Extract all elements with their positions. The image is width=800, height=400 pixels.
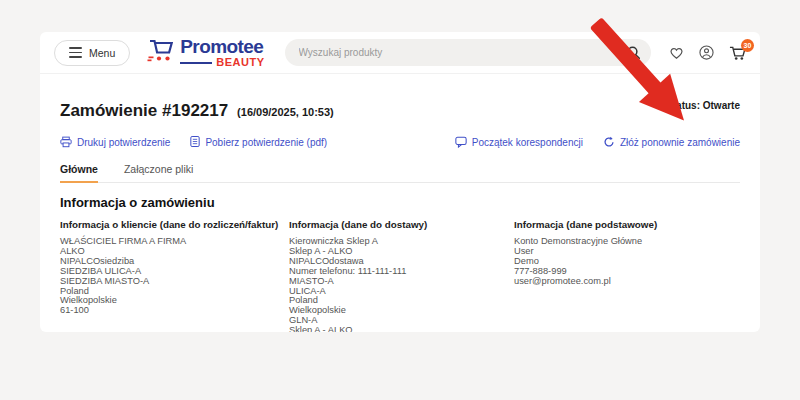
download-confirmation-link[interactable]: Pobierz potwierdzenie (pdf) [190, 135, 327, 150]
info-line: user@promotee.com.pl [514, 277, 740, 287]
search-bar [285, 39, 652, 66]
printer-icon [60, 136, 72, 150]
search-input[interactable] [285, 39, 652, 66]
user-icon[interactable] [699, 45, 714, 60]
logo-name: Promotee [180, 37, 264, 56]
order-info-columns: Informacja o kliencie (dane do rozliczeń… [60, 219, 740, 332]
correspondence-link[interactable]: Początek korespondencji [455, 135, 583, 150]
menu-button-label: Menu [89, 47, 115, 59]
info-line: User [514, 247, 740, 257]
info-line: ULICA-A [289, 287, 514, 297]
hamburger-icon [69, 47, 82, 57]
order-tabs: Główne Załączone pliki [60, 163, 740, 183]
info-line: Wielkopolskie [60, 296, 289, 306]
column-header: Informacja (dane podstawowe) [514, 219, 740, 230]
basic-info-column: Informacja (dane podstawowe) Konto Demon… [514, 219, 740, 332]
refresh-icon [603, 136, 615, 150]
info-line: 61-100 [60, 306, 289, 316]
menu-button[interactable]: Menu [54, 40, 130, 66]
cart-icon[interactable]: 30 [729, 45, 746, 61]
logo[interactable]: Promotee BEAUTY [146, 37, 264, 68]
page-title: Zamówienie #192217 (16/09/2025, 10:53) [60, 87, 334, 124]
tab-main[interactable]: Główne [60, 163, 98, 183]
info-line: Wielkopolskie [289, 306, 514, 316]
top-bar: Menu Promotee BEAUTY [40, 32, 760, 74]
cart-count-badge: 30 [741, 39, 754, 52]
heart-icon[interactable] [669, 46, 684, 60]
reorder-link[interactable]: Złóż ponownie zamówienie [603, 135, 740, 150]
order-date: (16/09/2025, 10:53) [237, 106, 334, 118]
content-card: Menu Promotee BEAUTY [40, 32, 760, 332]
order-number: Zamówienie #192217 [60, 101, 228, 120]
column-header: Informacja (dane do dostawy) [289, 219, 514, 230]
info-line: Konto Demonstracyjne Główne [514, 237, 740, 247]
info-line: SIEDZIBA MIASTO-A [60, 277, 289, 287]
info-line: WŁAŚCICIEL FIRMA A FIRMA [60, 237, 289, 247]
shopping-cart-logo-icon [146, 37, 176, 68]
customer-info-column: Informacja o kliencie (dane do rozliczeń… [60, 219, 289, 332]
order-info-section-title: Informacja o zamówieniu [60, 195, 740, 210]
tab-attached-files[interactable]: Załączone pliki [124, 163, 193, 182]
delivery-info-column: Informacja (dane do dostawy) Kierowniczk… [289, 219, 514, 332]
search-icon[interactable] [626, 45, 641, 64]
header-icons: 30 [669, 45, 746, 61]
logo-dash [180, 62, 212, 64]
order-page: Zamówienie #192217 (16/09/2025, 10:53) S… [40, 74, 760, 332]
info-line: Sklep A - ALKO [289, 326, 514, 332]
chat-icon [455, 136, 467, 150]
column-header: Informacja o kliencie (dane do rozliczeń… [60, 219, 289, 230]
logo-subtitle: BEAUTY [216, 57, 264, 68]
print-confirmation-link[interactable]: Drukuj potwierdzenie [60, 135, 170, 150]
status-badge: Status: Otwarte [666, 100, 740, 111]
document-icon [190, 135, 200, 150]
